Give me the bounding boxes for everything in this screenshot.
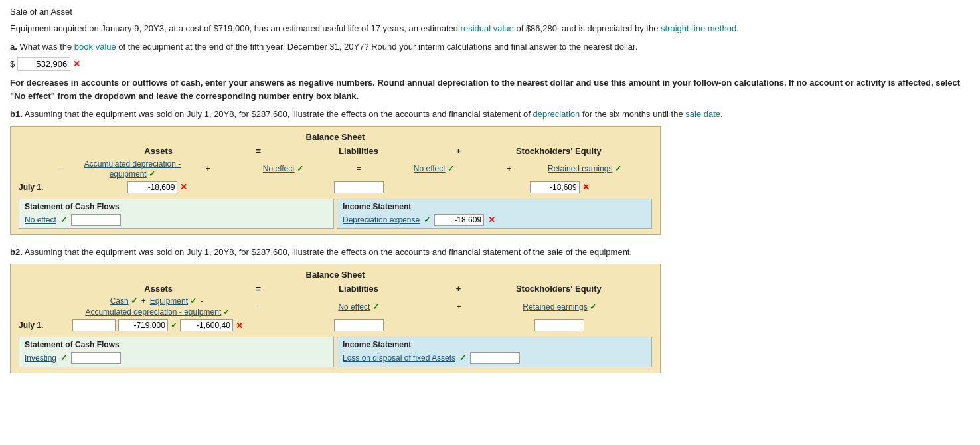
b1-cash-flows-input[interactable] <box>71 214 121 226</box>
b1-income-check: ✓ <box>424 215 430 224</box>
b1-cash-flows-title: Statement of Cash Flows <box>25 202 328 211</box>
b2-cash-flows-title: Statement of Cash Flows <box>25 340 328 349</box>
b2-bs-title: Balance Sheet <box>19 270 652 280</box>
b2-check2: ✓ <box>190 296 197 306</box>
b1-check3: ✓ <box>448 164 454 173</box>
b1-no-effect-stmt-label: No effect <box>25 215 56 224</box>
b1-cash-flows-section: Statement of Cash Flows No effect ✓ <box>19 199 334 229</box>
b1-x1-icon: ✕ <box>180 182 187 192</box>
b1-acc-dep-label: Accumulated depreciation - equipment <box>84 159 181 179</box>
answer-a-row: $ ✕ <box>10 57 970 71</box>
answer-a-input[interactable] <box>17 57 70 71</box>
b2-income-stmt-title: Income Statement <box>343 340 646 349</box>
b1-income-x: ✕ <box>488 215 495 224</box>
intro-text: Equipment acquired on January 9, 20Y3, a… <box>10 22 970 35</box>
b1-assets-header: Assets <box>65 146 252 156</box>
b2-equip-label: Equipment <box>150 296 188 306</box>
b2-investing-label: Investing <box>25 353 56 363</box>
b2-july-label: July 1. <box>19 321 65 330</box>
b1-july-label: July 1. <box>19 183 65 192</box>
b1-accounts-row: - Accumulated depreciation - equipment ✓… <box>19 159 652 179</box>
b1-plus-sign: + <box>452 146 465 156</box>
b1-minus-sign: - <box>58 164 61 173</box>
b2-label: b2. Assuming that the equipment was sold… <box>10 246 970 259</box>
b2-liab-header: Liabilities <box>265 284 451 294</box>
b1-values-row: July 1. ✕ ✕ <box>19 181 652 193</box>
b2-acc-dep-label: Accumulated depreciation - equipment <box>85 308 221 317</box>
b1-bs-header: Assets = Liabilities + Stockholders' Equ… <box>19 146 652 156</box>
b2-plus-sign: + <box>452 284 465 294</box>
b2-cash-flows-input[interactable] <box>71 352 121 364</box>
b1-stmt-check: ✓ <box>60 215 67 224</box>
b1-equity-input[interactable] <box>530 181 580 193</box>
b1-retained-label: Retained earnings <box>548 164 612 173</box>
b2-income-stmt-section: Income Statement Loss on disposal of fix… <box>337 337 652 367</box>
b2-balance-sheet: Balance Sheet Assets = Liabilities + Sto… <box>10 264 661 373</box>
b2-accounts-row: Cash ✓ + Equipment ✓ - Accumulated depre… <box>19 296 652 317</box>
b2-eq-sign: = <box>252 284 265 294</box>
b1-liab-header: Liabilities <box>265 146 451 156</box>
b1-no-effect1-label: No effect <box>263 164 295 173</box>
b1-x2-icon: ✕ <box>582 182 590 192</box>
page-title: Sale of an Asset <box>10 7 970 17</box>
b2-retained-input[interactable] <box>534 319 584 331</box>
b2-cash-flows-row: Investing ✓ <box>25 352 328 364</box>
b2-liab-input[interactable] <box>334 319 384 331</box>
b2-acc-dep-input[interactable] <box>180 319 233 331</box>
b1-check4: ✓ <box>615 164 621 173</box>
b2-income-stmt-row: Loss on disposal of fixed Assets ✓ <box>343 352 646 364</box>
b2-check4: ✓ <box>372 302 379 312</box>
answer-a-x-icon: ✕ <box>73 59 80 69</box>
b1-income-stmt-section: Income Statement Depreciation expense ✓ … <box>337 199 652 229</box>
b1-equity-header: Stockholders' Equity <box>465 146 652 156</box>
b2-check3: ✓ <box>223 308 230 317</box>
b1-income-stmt-row: Depreciation expense ✓ ✕ <box>343 214 646 226</box>
instruction-text: For decreases in accounts or outflows of… <box>10 76 970 102</box>
b1-liab-input[interactable] <box>334 181 384 193</box>
b2-cash-label: Cash <box>110 296 129 306</box>
question-a-label: a. What was the book value of the equipm… <box>10 41 970 54</box>
b2-equip-check: ✓ <box>171 321 177 330</box>
b2-loss-label: Loss on disposal of fixed Assets <box>343 353 455 363</box>
b1-check1: ✓ <box>149 169 155 179</box>
b1-label: b1. Assuming that the equipment was sold… <box>10 108 970 121</box>
b1-cash-flows-row: No effect ✓ <box>25 214 328 226</box>
b2-loss-check: ✓ <box>459 353 466 363</box>
b1-bs-title: Balance Sheet <box>19 132 652 142</box>
b1-income-input[interactable] <box>434 214 484 226</box>
b2-cash-input[interactable] <box>72 319 116 331</box>
b2-bottom-row: Statement of Cash Flows Investing ✓ Inco… <box>19 337 652 367</box>
b2-check1: ✓ <box>131 296 137 306</box>
b1-eq-sign: = <box>252 146 265 156</box>
b1-income-stmt-title: Income Statement <box>343 202 646 211</box>
b2-check5: ✓ <box>590 302 596 312</box>
b1-bottom-row: Statement of Cash Flows No effect ✓ Inco… <box>19 199 652 229</box>
b2-investing-check: ✓ <box>60 353 67 363</box>
dollar-sign: $ <box>10 59 15 69</box>
b1-check2: ✓ <box>297 164 303 173</box>
b1-no-effect2-label: No effect <box>414 164 446 173</box>
b2-cash-flows-section: Statement of Cash Flows Investing ✓ <box>19 337 334 367</box>
b1-assets-input[interactable] <box>127 181 177 193</box>
b2-bs-header: Assets = Liabilities + Stockholders' Equ… <box>19 284 652 294</box>
b2-equity-header: Stockholders' Equity <box>465 284 652 294</box>
b1-balance-sheet: Balance Sheet Assets = Liabilities + Sto… <box>10 126 661 235</box>
b2-x1-icon: ✕ <box>236 321 243 331</box>
b1-dep-expense-label: Depreciation expense <box>343 215 420 224</box>
b2-no-effect-label: No effect <box>338 302 370 312</box>
b2-equip-input[interactable] <box>118 319 168 331</box>
b2-retained-label: Retained earnings <box>523 302 587 312</box>
b2-assets-header: Assets <box>65 284 252 294</box>
b2-values-row: July 1. ✓ ✕ <box>19 319 652 331</box>
b2-income-input[interactable] <box>470 352 520 364</box>
